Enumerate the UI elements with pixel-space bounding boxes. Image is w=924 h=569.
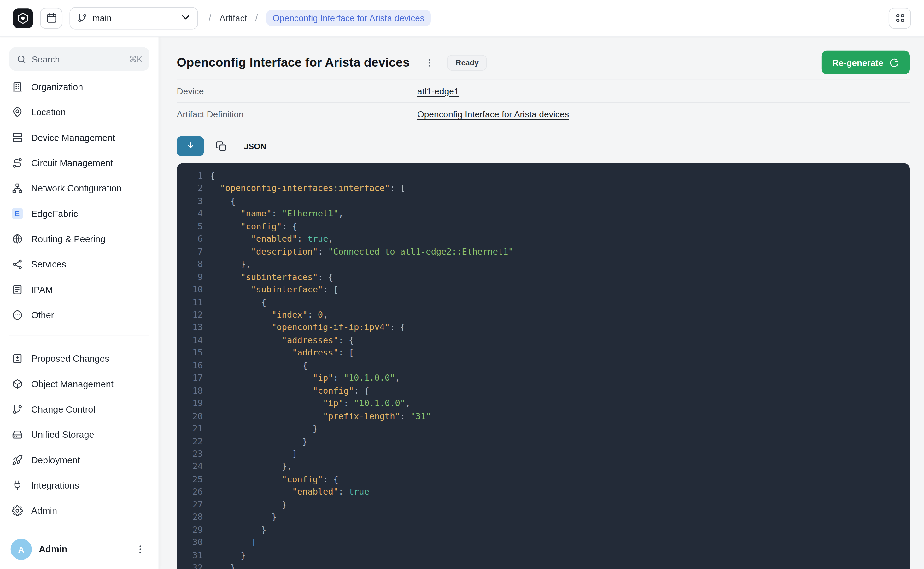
sidebar-item-label: Organization (31, 82, 83, 93)
format-toggle-json[interactable]: JSON (238, 138, 272, 154)
breadcrumb-separator: / (255, 13, 258, 23)
sidebar-item-label: Admin (31, 505, 57, 516)
line-number: 22 (185, 435, 203, 448)
globe-icon (11, 233, 24, 245)
code-text: "name": "Ethernet1", (210, 207, 343, 220)
sidebar-item-proposed-changes[interactable]: Proposed Changes (5, 346, 154, 371)
download-button[interactable] (177, 136, 204, 157)
title-actions-button[interactable] (421, 55, 437, 70)
kebab-menu-icon (424, 58, 434, 67)
code-text: "ip": "10.1.0.0", (210, 372, 400, 385)
code-line: 8 }, (185, 258, 910, 271)
detail-fields: Device atl1-edge1 Artifact Definition Op… (177, 79, 910, 126)
user-name: Admin (39, 544, 126, 555)
sidebar-item-routing-peering[interactable]: Routing & Peering (5, 227, 154, 252)
code-viewer[interactable]: 1{2 "openconfig-interfaces:interface": [… (177, 163, 910, 569)
code-text: }, (210, 258, 251, 271)
code-text: "index": 0, (210, 309, 328, 321)
sidebar-item-location[interactable]: Location (5, 100, 154, 125)
code-line: 17 "ip": "10.1.0.0", (185, 372, 910, 385)
code-text: "config": { (210, 385, 369, 397)
code-line: 24 }, (185, 461, 910, 473)
code-line: 11 { (185, 296, 910, 309)
calendar-button[interactable] (40, 7, 62, 28)
app-logo[interactable] (13, 8, 33, 28)
avatar: A (11, 539, 32, 560)
sidebar-item-ipam[interactable]: IPAM (5, 277, 154, 302)
sidebar-item-label: Object Management (31, 379, 114, 389)
code-text: } (210, 524, 266, 537)
hard-drive-icon (11, 429, 24, 440)
code-text: } (210, 435, 307, 448)
code-text: } (210, 549, 246, 562)
code-text: } (210, 498, 287, 511)
apps-menu-button[interactable] (889, 7, 911, 28)
regenerate-label: Re-generate (832, 58, 883, 67)
code-line: 32 }, (185, 562, 910, 569)
ipam-icon (11, 284, 24, 295)
sidebar-item-edgefabric[interactable]: EEdgeFabric (5, 201, 154, 226)
breadcrumb-item-artifact[interactable]: Artifact (219, 13, 247, 23)
sidebar-item-organization[interactable]: Organization (5, 74, 154, 99)
breadcrumb-current[interactable]: Openconfig Interface for Arista devices (266, 10, 431, 26)
line-number: 1 (185, 170, 203, 182)
user-row[interactable]: A Admin (0, 531, 159, 569)
code-line: 28 } (185, 511, 910, 524)
device-link[interactable]: atl1-edge1 (417, 86, 459, 96)
sidebar-item-admin[interactable]: Admin (5, 498, 154, 523)
sidebar-item-other[interactable]: Other (5, 303, 154, 328)
copy-button[interactable] (211, 137, 231, 156)
app-window: main / Artifact / Openconfig Interface f… (0, 0, 924, 569)
code-text: } (210, 423, 318, 435)
edgefabric-icon: E (11, 208, 24, 219)
sidebar-item-circuit-management[interactable]: Circuit Management (5, 150, 154, 175)
line-number: 17 (185, 372, 203, 385)
sidebar-item-unified-storage[interactable]: Unified Storage (5, 422, 154, 447)
sidebar-menu-primary: OrganizationLocationDevice ManagementCir… (0, 71, 159, 328)
sidebar-item-change-control[interactable]: Change Control (5, 397, 154, 422)
code-line: 18 "config": { (185, 385, 910, 397)
search-shortcut: ⌘K (129, 55, 142, 63)
code-line: 10 "subinterface": [ (185, 283, 910, 296)
code-text: }, (210, 562, 241, 569)
main-content: Openconfig Interface for Arista devices … (159, 37, 924, 569)
code-text: "enabled": true, (210, 233, 333, 246)
search-input[interactable]: Search ⌘K (9, 47, 149, 71)
kebab-menu-icon (135, 544, 146, 555)
code-text: "config": { (210, 473, 338, 486)
sidebar-item-network-configuration[interactable]: Network Configuration (5, 176, 154, 201)
sidebar-item-object-management[interactable]: Object Management (5, 371, 154, 397)
code-line: 6 "enabled": true, (185, 233, 910, 246)
sidebar-item-deployment[interactable]: Deployment (5, 447, 154, 473)
artifact-definition-link[interactable]: Openconfig Interface for Arista devices (417, 109, 569, 119)
code-line: 2 "openconfig-interfaces:interface": [ (185, 182, 910, 195)
code-line: 21 } (185, 423, 910, 435)
sidebar-item-integrations[interactable]: Integrations (5, 473, 154, 498)
code-text: "openconfig-interfaces:interface": [ (210, 182, 405, 195)
field-row-artifact-definition: Artifact Definition Openconfig Interface… (177, 102, 910, 126)
code-text: "openconfig-if-ip:ipv4": { (210, 321, 405, 334)
breadcrumb: / Artifact / Openconfig Interface for Ar… (208, 10, 431, 26)
sidebar-item-label: Circuit Management (31, 158, 113, 169)
line-number: 29 (185, 524, 203, 537)
code-text: ] (210, 537, 256, 549)
code-text: "address": [ (210, 347, 354, 359)
code-text: { (210, 170, 215, 182)
code-line: 25 "config": { (185, 473, 910, 486)
code-line: 29 } (185, 524, 910, 537)
line-number: 21 (185, 423, 203, 435)
breadcrumb-separator: / (208, 13, 211, 23)
sidebar-item-label: Other (31, 310, 54, 321)
sidebar-item-services[interactable]: Services (5, 252, 154, 277)
search-placeholder: Search (32, 54, 124, 64)
location-icon (11, 106, 24, 118)
server-icon (11, 132, 24, 143)
user-menu-button[interactable] (132, 542, 148, 557)
field-label: Artifact Definition (177, 109, 417, 119)
code-line: 1{ (185, 170, 910, 182)
branch-selector[interactable]: main (69, 7, 198, 29)
sidebar-item-label: Routing & Peering (31, 234, 105, 245)
regenerate-button[interactable]: Re-generate (822, 51, 910, 75)
sidebar-item-device-management[interactable]: Device Management (5, 125, 154, 150)
code-line: 14 "addresses": { (185, 334, 910, 347)
